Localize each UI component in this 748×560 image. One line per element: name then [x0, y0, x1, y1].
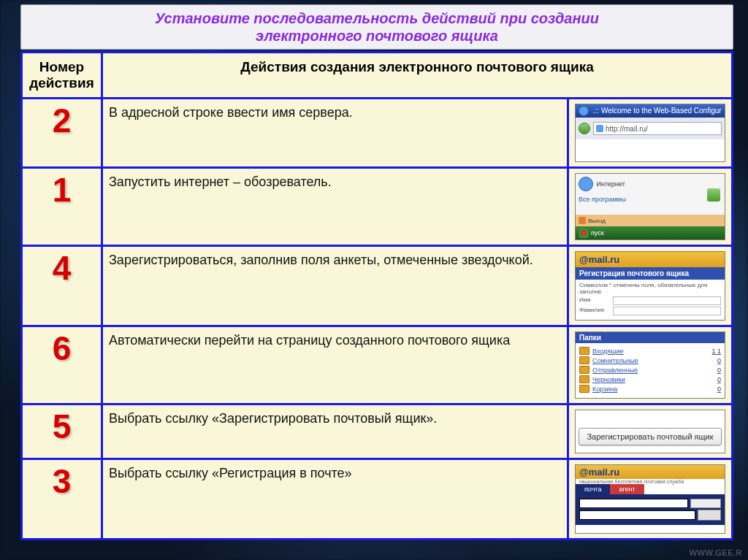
browser-titlebar: .:: Welcome to the Web-Based Configur: [576, 104, 725, 118]
register-button-thumb: Зарегистрировать почтовый ящик: [575, 410, 725, 453]
ie-icon: [579, 177, 593, 191]
login-form: [576, 494, 725, 525]
input-placeholder: [613, 307, 721, 315]
step-thumbnail: .:: Welcome to the Web-Based Configur ht…: [568, 99, 733, 168]
start-menu-thumb: Интернет Все программы Выход пуск: [575, 173, 725, 240]
step-number: 3: [28, 464, 95, 498]
form-row: Имя: [579, 296, 721, 305]
input-placeholder: [613, 296, 721, 305]
address-bar: http://mail.ru/: [593, 122, 722, 135]
step-description: Зарегистрироваться, заполнив поля анкеты…: [102, 246, 568, 326]
login-tabs: почта агент: [576, 484, 725, 494]
folder-name: Черновики: [592, 376, 625, 383]
table-header-row: Номер действия Действия создания электро…: [22, 53, 733, 99]
input-placeholder: [579, 499, 688, 508]
submit-placeholder: [698, 510, 721, 521]
desc-text: Автоматически перейти на страницу создан…: [109, 333, 510, 348]
browser-body: [576, 139, 725, 161]
form-row: [579, 499, 721, 508]
browser-title: .:: Welcome to the Web-Based Configur: [593, 107, 722, 115]
ie-label: Интернет: [597, 180, 625, 188]
step-number-cell: 5: [22, 404, 102, 459]
slide: Установите последовательность действий п…: [0, 0, 748, 548]
note-pre: Символом: [579, 282, 609, 288]
folder-list: Входящие1 1 Сомнительные0 Отправленные0 …: [576, 343, 725, 396]
step-number-cell: 4: [22, 246, 102, 326]
folder-item: Черновики0: [579, 375, 721, 383]
header-number: Номер действия: [22, 53, 102, 99]
slide-title: Установите последовательность действий п…: [20, 4, 733, 50]
tab-agent: агент: [610, 484, 644, 494]
go-icon: [707, 188, 720, 202]
input-placeholder: [579, 510, 695, 520]
step-description: Выбрать ссылку «Зарегистрировать почтовы…: [102, 404, 568, 459]
taskbar: пуск: [576, 226, 725, 239]
browser-toolbar: http://mail.ru/: [576, 118, 725, 139]
back-icon: [579, 123, 590, 134]
title-line1: Установите последовательность действий п…: [155, 10, 599, 26]
logout-label: Выход: [588, 218, 606, 224]
browser-address-thumb: .:: Welcome to the Web-Based Configur ht…: [575, 104, 725, 162]
steps-table: Номер действия Действия создания электро…: [20, 51, 733, 540]
folders-heading: Папки: [576, 332, 725, 343]
tab-mail: почта: [576, 484, 610, 494]
folder-icon: [579, 375, 589, 383]
folder-count: 0: [717, 386, 721, 393]
step-thumbnail: Зарегистрировать почтовый ящик: [568, 404, 733, 459]
logout-row: Выход: [576, 215, 725, 226]
step-number-cell: 1: [22, 168, 102, 246]
address-text: http://mail.ru/: [606, 125, 648, 133]
folder-count: 0: [717, 357, 721, 364]
start-panel: Интернет Все программы: [576, 174, 725, 215]
folder-name: Входящие: [592, 348, 624, 355]
registration-heading: Регистрация почтового ящика: [576, 267, 725, 280]
page-icon: [596, 125, 603, 132]
logout-icon: [579, 217, 586, 224]
mailru-logo: @mail.ru: [576, 465, 725, 479]
register-button: Зарегистрировать почтовый ящик: [579, 428, 721, 445]
folder-icon: [579, 385, 589, 393]
table-row: 3 Выбрать ссылку «Регистрация в почте» @…: [22, 459, 733, 540]
step-number: 2: [28, 104, 95, 137]
table-row: 1 Запустить интернет – обозреватель. Инт…: [22, 168, 733, 246]
folder-item: Входящие1 1: [579, 347, 721, 355]
step-number: 4: [28, 251, 95, 285]
step-number-cell: 6: [22, 326, 102, 404]
table-row: 2 В адресной строке ввести имя сервера. …: [22, 99, 733, 168]
form-row: Фамилия: [579, 307, 721, 315]
folder-item: Корзина0: [579, 385, 721, 393]
watermark-url: WWW.GEE.R: [690, 548, 742, 557]
step-number: 6: [28, 331, 95, 365]
step-thumbnail: Папки Входящие1 1 Сомнительные0 Отправле…: [568, 326, 733, 404]
tagline: национальная бесплатная почтовая служба: [576, 479, 725, 484]
logo-text: @mail.ru: [579, 254, 619, 265]
start-icon: [579, 228, 589, 238]
folder-item: Отправленные0: [579, 366, 721, 374]
table-row: 4 Зарегистрироваться, заполнив поля анке…: [22, 246, 733, 326]
ie-icon: [579, 106, 589, 116]
folder-icon: [579, 366, 589, 374]
mailru-logo: @mail.ru: [576, 252, 725, 267]
dropdown-placeholder: [690, 499, 721, 508]
label-name: Имя: [579, 296, 608, 305]
folder-item: Сомнительные0: [579, 356, 721, 364]
login-thumb: @mail.ru национальная бесплатная почтова…: [575, 464, 725, 534]
registration-body: Символом * отмечены поля, обязательные д…: [576, 280, 725, 318]
step-number: 5: [28, 410, 95, 443]
start-label: пуск: [591, 229, 604, 237]
folder-name: Отправленные: [592, 367, 638, 374]
table-row: 5 Выбрать ссылку «Зарегистрировать почто…: [22, 404, 733, 459]
step-number: 1: [28, 173, 95, 207]
folder-count: 0: [717, 367, 721, 374]
step-description: В адресной строке ввести имя сервера.: [102, 99, 568, 168]
folder-icon: [579, 347, 589, 355]
step-number-cell: 2: [22, 99, 102, 168]
step-thumbnail: @mail.ru Регистрация почтового ящика Сим…: [568, 246, 733, 326]
step-description: Автоматически перейти на страницу создан…: [102, 326, 568, 404]
title-line2: электронного почтового ящика: [256, 28, 498, 44]
step-description: Выбрать ссылку «Регистрация в почте»: [102, 459, 568, 540]
folder-count: 0: [717, 376, 721, 383]
form-row: [579, 510, 721, 521]
registration-thumb: @mail.ru Регистрация почтового ящика Сим…: [575, 251, 725, 321]
folder-name: Сомнительные: [592, 357, 638, 364]
